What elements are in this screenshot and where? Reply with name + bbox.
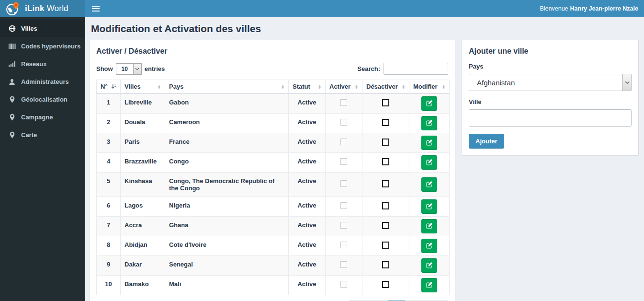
column-label: Pays xyxy=(169,83,183,90)
chevron-down-icon xyxy=(622,74,631,91)
sidebar-toggle-button[interactable] xyxy=(85,0,106,17)
ville-input[interactable] xyxy=(469,109,632,127)
pays-select[interactable]: Afghanistan xyxy=(469,74,632,91)
row-ville: Bamako xyxy=(121,275,165,295)
desactiver-checkbox[interactable] xyxy=(382,261,389,268)
table-controls: Show 10 entries Search: xyxy=(96,63,448,75)
sort-both-icon: ▲▼ xyxy=(402,84,405,89)
edit-icon xyxy=(426,262,432,268)
globe-pin-logo-icon xyxy=(6,2,20,16)
barcode-icon xyxy=(8,43,16,49)
activer-checkbox[interactable] xyxy=(340,202,347,209)
sidebar-item-reseaux[interactable]: Réseaux xyxy=(0,55,85,73)
sidebar: Villes Codes hyperviseurs xyxy=(0,17,85,301)
column-header-desactiver[interactable]: Désactiver ▲▼ xyxy=(362,80,409,94)
modifier-button[interactable] xyxy=(421,177,437,192)
column-header-statut[interactable]: Statut ▲▼ xyxy=(289,80,326,94)
entries-label: entries xyxy=(145,65,165,72)
search-input[interactable] xyxy=(384,63,448,75)
desactiver-checkbox[interactable] xyxy=(382,119,389,126)
sidebar-item-villes[interactable]: Villes xyxy=(0,20,85,37)
desactiver-checkbox[interactable] xyxy=(382,99,389,106)
row-ville: Paris xyxy=(121,133,165,152)
activer-checkbox[interactable] xyxy=(340,99,347,106)
edit-icon xyxy=(426,243,432,249)
sidebar-item-geolocalisation[interactable]: Géolocalisation xyxy=(0,91,85,108)
desactiver-checkbox[interactable] xyxy=(382,158,389,165)
activer-checkbox[interactable] xyxy=(340,139,347,145)
activer-checkbox[interactable] xyxy=(340,222,347,229)
sidebar-item-label: Réseaux xyxy=(21,60,46,68)
row-statut: Active xyxy=(289,113,326,133)
activer-checkbox[interactable] xyxy=(340,158,347,165)
column-header-num[interactable]: N° xyxy=(97,80,121,94)
table-row: 6 Lagos Nigeria Active xyxy=(97,197,450,216)
ajouter-button[interactable]: Ajouter xyxy=(469,134,504,149)
modifier-button[interactable] xyxy=(421,116,437,130)
edit-icon xyxy=(426,100,432,106)
sort-both-icon: ▲▼ xyxy=(355,84,358,89)
activer-checkbox[interactable] xyxy=(340,119,347,126)
sidebar-item-carte[interactable]: Carte xyxy=(0,126,85,144)
modifier-button[interactable] xyxy=(421,239,437,253)
activer-checkbox[interactable] xyxy=(340,281,347,288)
column-header-villes[interactable]: Villes ▲▼ xyxy=(121,80,165,94)
page-length-select[interactable]: 10 xyxy=(116,63,142,75)
row-statut: Active xyxy=(289,152,326,172)
modifier-button[interactable] xyxy=(421,155,437,170)
sidebar-item-campagne[interactable]: Campagne xyxy=(0,108,85,126)
activer-checkbox[interactable] xyxy=(340,242,347,248)
edit-icon xyxy=(426,120,432,126)
modifier-button[interactable] xyxy=(421,96,437,111)
brand-logo[interactable]: iLinkWorld xyxy=(0,0,85,17)
column-label: Modifier xyxy=(413,83,438,90)
edit-icon xyxy=(426,181,432,187)
row-pays: Nigeria xyxy=(165,197,289,216)
pays-selected-value: Afghanistan xyxy=(469,74,622,91)
row-ville: Douala xyxy=(121,113,165,133)
column-header-pays[interactable]: Pays ▲▼ xyxy=(165,80,289,94)
modifier-button[interactable] xyxy=(421,199,437,214)
modifier-button[interactable] xyxy=(421,219,437,233)
row-ville: Abidjan xyxy=(121,236,165,255)
column-label: Activer xyxy=(329,83,350,90)
desactiver-checkbox[interactable] xyxy=(382,180,389,187)
column-header-modifier[interactable]: Modifier ▲▼ xyxy=(409,80,450,94)
topbar: iLinkWorld BienvenueHanry Jean-pierre Nz… xyxy=(0,0,644,17)
activer-checkbox[interactable] xyxy=(340,180,347,187)
sidebar-item-administrateurs[interactable]: Administrateurs xyxy=(0,73,85,91)
villes-table: N° xyxy=(96,80,450,295)
row-ville: Dakar xyxy=(121,255,165,275)
table-row: 5 Kinshasa Congo, The Democratic Republi… xyxy=(97,172,450,197)
modifier-button[interactable] xyxy=(421,136,437,150)
modifier-button[interactable] xyxy=(421,258,437,273)
map-marker-icon xyxy=(8,114,16,121)
row-ville: Lagos xyxy=(121,197,165,216)
table-header-row: N° xyxy=(97,80,450,94)
modifier-button[interactable] xyxy=(421,278,437,292)
row-pays: Congo, The Democratic Republic of the Co… xyxy=(165,172,289,197)
table-row: 9 Dakar Senegal Active xyxy=(97,255,450,275)
sort-both-icon: ▲▼ xyxy=(442,84,445,89)
sort-both-icon: ▲▼ xyxy=(318,84,321,89)
activer-checkbox[interactable] xyxy=(340,261,347,268)
globe-icon xyxy=(8,25,16,32)
row-pays: Ghana xyxy=(165,216,289,236)
column-header-activer[interactable]: Activer ▲▼ xyxy=(326,80,362,94)
row-statut: Active xyxy=(289,133,326,152)
row-number: 5 xyxy=(97,172,121,197)
row-number: 10 xyxy=(97,275,121,295)
desactiver-checkbox[interactable] xyxy=(382,139,389,146)
desactiver-checkbox[interactable] xyxy=(382,202,389,209)
user-icon xyxy=(8,79,16,85)
desactiver-checkbox[interactable] xyxy=(382,222,389,229)
sidebar-item-label: Carte xyxy=(21,131,37,139)
add-ville-panel: Ajouter une ville Pays Afghanistan Ville… xyxy=(462,40,639,156)
row-number: 4 xyxy=(97,152,121,172)
desactiver-checkbox[interactable] xyxy=(382,281,389,288)
sidebar-item-label: Codes hyperviseurs xyxy=(21,43,80,50)
row-statut: Active xyxy=(289,172,326,197)
page-length-value: 10 xyxy=(116,64,133,74)
desactiver-checkbox[interactable] xyxy=(382,242,389,249)
sidebar-item-codes-hyperviseurs[interactable]: Codes hyperviseurs xyxy=(0,37,85,55)
